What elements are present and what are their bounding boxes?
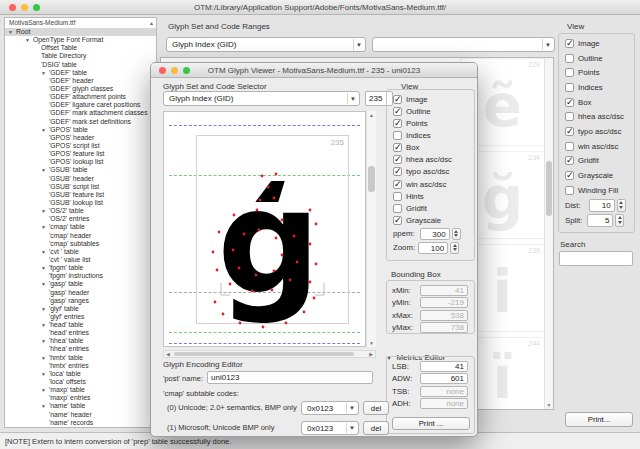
tree-item[interactable]: ▼'fpgm' table — [5, 264, 156, 272]
tree-item[interactable]: ▼'post' table — [5, 427, 156, 428]
close-icon[interactable] — [9, 4, 16, 11]
dialog-view-checkbox-image[interactable] — [393, 95, 402, 104]
tree-item[interactable]: ▼Root — [5, 28, 156, 36]
tree-item[interactable]: 'GPOS' feature list — [5, 150, 156, 158]
post-name-input[interactable] — [207, 371, 373, 384]
disclosure-triangle-icon[interactable]: ▼ — [41, 354, 49, 362]
disclosure-triangle-icon[interactable]: ▼ — [41, 280, 49, 288]
tree-item[interactable]: Table Directory — [5, 52, 156, 60]
tree-item[interactable]: ▼'maxp' table — [5, 386, 156, 394]
tree-item[interactable]: 'maxp' entries — [5, 394, 156, 402]
canvas-horizontal-scrollbar[interactable]: ◀ ▶ — [163, 350, 376, 358]
minimize-icon[interactable] — [171, 67, 178, 74]
dialog-view-checkbox-win-asc-dsc[interactable] — [393, 180, 402, 189]
glyph-set-dropdown[interactable]: Glyph Index (GID) ▼ — [166, 37, 366, 52]
canvas-scroll-up-icon[interactable]: ▲ — [367, 112, 376, 118]
tree-item[interactable]: 'GSUB' header — [5, 175, 156, 183]
tree-item[interactable]: 'GPOS' header — [5, 134, 156, 142]
tree-item[interactable]: ▼'gasp' table — [5, 280, 156, 288]
tree-item[interactable]: 'GSUB' script list — [5, 183, 156, 191]
dialog-view-checkbox-typo-asc-dsc[interactable] — [393, 167, 402, 176]
font-file-name[interactable]: MotivaSans-Medium.ttf — [5, 18, 156, 27]
main-view-checkbox-points[interactable] — [565, 68, 574, 77]
dialog-glyph-set-dropdown[interactable]: Glyph Index (GID) ▼ — [163, 91, 360, 106]
maximize-icon[interactable] — [33, 4, 40, 11]
dialog-view-checkbox-outline[interactable] — [393, 107, 402, 116]
disclosure-triangle-icon[interactable]: ▼ — [41, 69, 49, 77]
ppem-field[interactable]: 300 — [420, 228, 450, 240]
ppem-stepper[interactable] — [452, 228, 461, 240]
tree-item[interactable]: 'GDEF' header — [5, 77, 156, 85]
tree-item[interactable]: 'GDEF' attachment points — [5, 93, 156, 101]
metrics-value-field[interactable]: 601 — [420, 373, 468, 384]
dialog-view-checkbox-hints[interactable] — [393, 192, 402, 201]
dialog-view-checkbox-points[interactable] — [393, 119, 402, 128]
tree-item[interactable]: 'hmtx' entries — [5, 362, 156, 370]
disclosure-triangle-icon[interactable]: ▼ — [41, 337, 49, 345]
maximize-icon[interactable] — [183, 67, 190, 74]
disclosure-triangle-icon[interactable]: ▼ — [41, 223, 49, 231]
dialog-view-checkbox-box[interactable] — [393, 143, 402, 152]
tree-item[interactable]: ▼'GSUB' table — [5, 166, 156, 174]
dialog-view-checkbox-indices[interactable] — [393, 131, 402, 140]
tree-item[interactable]: 'cmap' subtables — [5, 240, 156, 248]
del-button[interactable]: del — [363, 421, 389, 435]
tree-item[interactable]: 'cmap' header — [5, 232, 156, 240]
tree-item[interactable]: 'GDEF' mark attachment classes — [5, 109, 156, 117]
tree-item[interactable]: ▼'cvt ' table — [5, 248, 156, 256]
main-print-button[interactable]: Print... — [565, 412, 633, 427]
tree-item[interactable]: 'glyf' entries — [5, 313, 156, 321]
disclosure-triangle-icon[interactable]: ▼ — [41, 126, 49, 134]
cmap-code-dropdown[interactable]: 0x0123▼ — [301, 421, 359, 435]
disclosure-triangle-icon[interactable]: ▼ — [41, 370, 49, 378]
tree-item[interactable]: ▼'GPOS' table — [5, 126, 156, 134]
canvas-scrollbar-thumb[interactable] — [368, 166, 375, 192]
disclosure-triangle-icon[interactable]: ▼ — [41, 402, 49, 410]
tree-item[interactable]: 'GPOS' script list — [5, 142, 156, 150]
canvas-scroll-down-icon[interactable]: ▼ — [367, 340, 376, 346]
tree-item[interactable]: 'GSUB' feature list — [5, 191, 156, 199]
main-view-checkbox-image[interactable] — [565, 39, 574, 48]
disclosure-triangle-icon[interactable]: ▼ — [41, 207, 49, 215]
tree-item[interactable]: 'cvt ' value list — [5, 256, 156, 264]
grid-scrollbar-thumb[interactable] — [546, 161, 552, 216]
canvas-hscrollbar-thumb[interactable] — [174, 352, 354, 356]
disclosure-triangle-icon[interactable]: ▼ — [41, 386, 49, 394]
sidebar-scroll-up-icon[interactable]: ▲ — [149, 20, 154, 26]
split-stepper[interactable] — [615, 214, 624, 227]
tree-item[interactable]: ▼'hmtx' table — [5, 354, 156, 362]
dialog-view-checkbox-grayscale[interactable] — [393, 216, 402, 225]
tree-item[interactable]: 'loca' offsets — [5, 378, 156, 386]
cmap-code-dropdown[interactable]: 0x0123▼ — [301, 401, 359, 415]
tree-item[interactable]: 'DSIG' table — [5, 61, 156, 69]
close-icon[interactable] — [159, 67, 166, 74]
main-view-checkbox-winding-fill[interactable] — [565, 186, 574, 195]
tree-item[interactable]: 'GDEF' mark set definitions — [5, 118, 156, 126]
tree-item[interactable]: 'head' entries — [5, 329, 156, 337]
dist-stepper[interactable] — [617, 199, 626, 212]
tree-item[interactable]: 'gasp' ranges — [5, 297, 156, 305]
tree-item[interactable]: ▼'cmap' table — [5, 223, 156, 231]
tree-item[interactable]: 'OS/2' entries — [5, 215, 156, 223]
main-view-checkbox-indices[interactable] — [565, 83, 574, 92]
disclosure-triangle-icon[interactable]: ▼ — [41, 166, 49, 174]
disclosure-triangle-icon[interactable]: ▼ — [41, 248, 49, 256]
tree-item[interactable]: ▼'loca' table — [5, 370, 156, 378]
tree-item[interactable]: ▼'head' table — [5, 321, 156, 329]
tree-item[interactable]: ▼'GDEF' table — [5, 69, 156, 77]
dialog-view-checkbox-gridfit[interactable] — [393, 204, 402, 213]
search-input[interactable] — [559, 251, 633, 266]
dialog-view-checkbox-hhea-asc-dsc[interactable] — [393, 155, 402, 164]
dialog-print-button[interactable]: Print ... — [392, 417, 470, 430]
main-view-checkbox-hhea-asc-dsc[interactable] — [565, 112, 574, 121]
zoom-stepper[interactable] — [450, 242, 459, 254]
tree-item[interactable]: 'GDEF' glyph classes — [5, 85, 156, 93]
tree-item[interactable]: Offset Table — [5, 44, 156, 52]
tree-item[interactable]: ▼'OS/2' table — [5, 207, 156, 215]
metrics-value-field[interactable]: 41 — [420, 361, 468, 372]
zoom-field[interactable]: 100 — [418, 242, 448, 254]
canvas-scroll-right-icon[interactable]: ▶ — [369, 351, 373, 357]
main-view-checkbox-win-asc-dsc[interactable] — [565, 142, 574, 151]
tree-item[interactable]: 'fpgm' instructions — [5, 272, 156, 280]
tree-item[interactable]: ▼'hhea' table — [5, 337, 156, 345]
